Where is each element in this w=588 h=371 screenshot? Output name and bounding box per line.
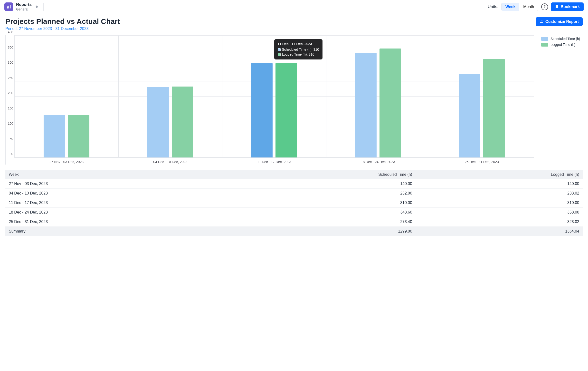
app-switcher[interactable] (36, 5, 38, 8)
summary-label: Summary (5, 227, 223, 236)
cell-logged: 140.00 (416, 179, 583, 189)
cell-logged: 358.00 (416, 208, 583, 217)
bar-scheduled[interactable] (355, 53, 377, 157)
cell-scheduled: 232.00 (223, 189, 416, 198)
y-tick-label: 400 (5, 30, 13, 34)
cell-logged: 233.02 (416, 189, 583, 198)
y-tick-label: 300 (5, 61, 13, 64)
y-tick-label: 150 (5, 106, 13, 110)
col-logged: Logged Time (h) (416, 170, 583, 179)
page-title: Projects Planned vs Actual Chart (5, 17, 120, 26)
table-row: 04 Dec - 10 Dec, 2023232.00233.02 (5, 189, 583, 198)
bar-scheduled[interactable] (44, 115, 65, 157)
y-tick-label: 0 (5, 152, 13, 156)
topbar-right: Units: Week Month ? Bookmark (488, 2, 584, 11)
y-tick-label: 100 (5, 122, 13, 125)
col-scheduled: Scheduled Time (h) (223, 170, 416, 179)
page: Projects Planned vs Actual Chart Period:… (0, 14, 588, 242)
summary-scheduled: 1299.00 (223, 227, 416, 236)
table-row: 27 Nov - 03 Dec, 2023140.00140.00 (5, 179, 583, 189)
bar-logged[interactable] (483, 59, 505, 157)
bar-logged[interactable] (275, 63, 297, 158)
cell-logged: 323.02 (416, 217, 583, 227)
bar-logged[interactable] (68, 115, 89, 157)
bar-scheduled[interactable] (251, 63, 273, 158)
chart-wrap: 05010015020025030035040027 Nov - 03 Dec,… (5, 35, 583, 164)
help-icon[interactable]: ? (541, 3, 548, 10)
bar-group[interactable] (430, 36, 534, 157)
x-tick-label: 11 Dec - 17 Dec, 2023 (257, 160, 291, 164)
table-header-row: Week Scheduled Time (h) Logged Time (h) (5, 170, 583, 179)
bar-scheduled[interactable] (459, 74, 480, 157)
title-row: Projects Planned vs Actual Chart Period:… (5, 17, 583, 31)
x-tick-label: 25 Dec - 31 Dec, 2023 (465, 160, 499, 164)
table-row: 18 Dec - 24 Dec, 2023343.60358.00 (5, 208, 583, 217)
units-toggle: Week Month (501, 3, 538, 11)
cell-scheduled: 273.40 (223, 217, 416, 227)
svg-rect-2 (10, 5, 10, 9)
table-row: 11 Dec - 17 Dec, 2023310.00310.00 (5, 198, 583, 208)
chart-tooltip: 11 Dec - 17 Dec, 2023 Scheduled Time (h)… (274, 39, 323, 59)
data-table: Week Scheduled Time (h) Logged Time (h) … (5, 170, 583, 236)
chevron-down-icon (36, 7, 38, 8)
tooltip-swatch-scheduled (278, 48, 281, 51)
summary-logged: 1364.04 (416, 227, 583, 236)
bar-group[interactable] (15, 36, 118, 157)
cell-scheduled: 140.00 (223, 179, 416, 189)
svg-rect-1 (8, 6, 9, 9)
bar-group[interactable] (118, 36, 222, 157)
topbar: Reports General Units: Week Month ? Book… (0, 0, 588, 14)
tooltip-line-logged: Logged Time (h): 310 (282, 52, 315, 57)
svg-point-3 (541, 21, 542, 22)
y-tick-label: 50 (5, 137, 13, 140)
bookmark-button[interactable]: Bookmark (551, 2, 584, 11)
app-label: Reports General (16, 2, 32, 11)
bookmark-label: Bookmark (561, 5, 580, 9)
cell-week: 04 Dec - 10 Dec, 2023 (5, 189, 223, 198)
y-tick-label: 350 (5, 45, 13, 49)
app-icon (4, 2, 13, 11)
topbar-left: Reports General (4, 2, 44, 11)
cell-week: 25 Dec - 31 Dec, 2023 (5, 217, 223, 227)
svg-rect-0 (7, 6, 8, 8)
app-title: Reports (16, 2, 32, 7)
cell-week: 18 Dec - 24 Dec, 2023 (5, 208, 223, 217)
tooltip-line-scheduled: Scheduled Time (h): 310 (282, 47, 319, 52)
x-tick-label: 04 Dec - 10 Dec, 2023 (153, 160, 187, 164)
chart[interactable]: 05010015020025030035040027 Nov - 03 Dec,… (5, 35, 534, 164)
legend-swatch-logged (541, 43, 548, 46)
table-row: 25 Dec - 31 Dec, 2023273.40323.02 (5, 217, 583, 227)
cell-week: 11 Dec - 17 Dec, 2023 (5, 198, 223, 208)
bar-group[interactable] (326, 36, 430, 157)
x-tick-label: 18 Dec - 24 Dec, 2023 (361, 160, 395, 164)
customize-label: Customize Report (545, 20, 579, 24)
bookmark-icon (555, 5, 559, 9)
cell-scheduled: 343.60 (223, 208, 416, 217)
tooltip-swatch-logged (278, 53, 281, 56)
col-week: Week (5, 170, 223, 179)
sliders-icon (539, 20, 543, 24)
units-month-button[interactable]: Month (519, 3, 538, 11)
bar-scheduled[interactable] (147, 87, 169, 157)
legend-logged[interactable]: Logged Time (h) (541, 43, 583, 46)
y-tick-label: 250 (5, 76, 13, 79)
chart-legend: Scheduled Time (h) Logged Time (h) (541, 35, 583, 164)
legend-label-scheduled: Scheduled Time (h) (550, 37, 580, 41)
legend-label-logged: Logged Time (h) (550, 43, 575, 46)
legend-swatch-scheduled (541, 37, 548, 41)
app-subtitle: General (16, 8, 32, 11)
svg-point-4 (540, 22, 541, 23)
x-tick-label: 27 Nov - 03 Dec, 2023 (49, 160, 84, 164)
units-label: Units: (488, 4, 498, 9)
customize-report-button[interactable]: Customize Report (536, 17, 583, 26)
legend-scheduled[interactable]: Scheduled Time (h) (541, 37, 583, 41)
tooltip-title: 11 Dec - 17 Dec, 2023 (278, 42, 319, 46)
separator (43, 3, 44, 11)
bar-logged[interactable] (172, 87, 193, 157)
cell-week: 27 Nov - 03 Dec, 2023 (5, 179, 223, 189)
period-label: Period: 27 November 2023 - 31 December 2… (5, 27, 120, 31)
bar-logged[interactable] (379, 48, 401, 158)
units-week-button[interactable]: Week (502, 3, 520, 11)
cell-logged: 310.00 (416, 198, 583, 208)
y-tick-label: 200 (5, 91, 13, 95)
